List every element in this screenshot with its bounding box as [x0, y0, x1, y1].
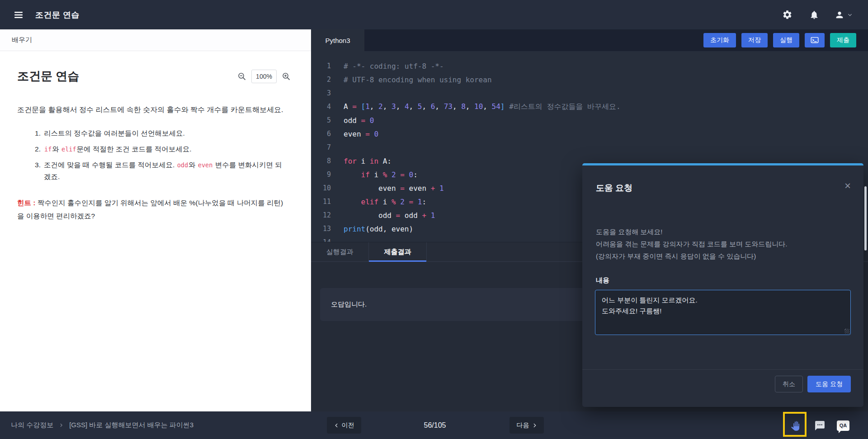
code-line: 7 [311, 141, 868, 154]
instruction-number: 3. [31, 159, 41, 183]
tab-python3[interactable]: Python3 [311, 29, 364, 51]
hamburger-icon [13, 9, 24, 20]
lesson-intro: 조건문을 활용해서 정수 리스트에 속한 숫자의 홀수와 짝수 개수를 카운트해… [17, 104, 293, 116]
result-tab-submit[interactable]: 제출결과 [369, 242, 427, 261]
zoom-in-button[interactable] [279, 70, 293, 83]
code-text: odd = 0 [344, 116, 374, 125]
instruction-text: 리스트의 정수값을 여러분들이 선언해보세요. [44, 127, 185, 139]
reset-button[interactable]: 초기화 [703, 33, 736, 47]
token-p [413, 198, 418, 206]
line-number: 13 [311, 225, 331, 233]
app-root: 조건문 연습 배우기 [0, 0, 868, 439]
breadcrumb-course-title[interactable]: [GSS] 바로 실행해보면서 배우는 파이썬3 [69, 421, 193, 430]
token-code: even [198, 161, 213, 169]
code-text: even = 0 [344, 130, 378, 138]
token-n: 0 [374, 130, 378, 138]
notifications-button[interactable] [807, 8, 821, 22]
page-indicator: 56/105 [407, 411, 463, 439]
token-o: = [396, 211, 401, 220]
token-b: [ [361, 102, 366, 111]
token-c: # -*- coding: utf-8 -*- [344, 62, 444, 71]
token-n: 2 [392, 170, 396, 179]
token-c: #리스트의 정수값들을 바꾸세요. [509, 102, 621, 111]
token-n: 73 [444, 102, 453, 111]
token-code: elif [61, 146, 77, 153]
line-number: 3 [311, 89, 331, 97]
token-n: 2 [378, 102, 383, 111]
token-o: % [392, 198, 396, 206]
token-o: = [365, 130, 370, 138]
token-o: = [361, 116, 366, 125]
token-p: , [422, 102, 430, 111]
console-toggle-button[interactable] [805, 33, 825, 47]
modal-description-line: 도움을 요청해 보세요! [596, 226, 787, 238]
line-number: 6 [311, 130, 331, 138]
close-icon[interactable]: × [843, 179, 853, 193]
token-o: % [383, 170, 387, 179]
help-request-submit-button[interactable]: 도움 요청 [807, 376, 851, 392]
scrollbar-thumb[interactable] [864, 186, 867, 250]
token-n: 1 [431, 211, 435, 220]
token-p: , [383, 102, 392, 111]
chat-bubble-icon [814, 420, 826, 431]
instruction-item: 2.if와 elif문에 적절한 조건 코드를 적어보세요. [17, 143, 293, 155]
token-p: A [344, 102, 352, 111]
result-tab-run[interactable]: 실행결과 [311, 242, 369, 261]
instruction-item: 1.리스트의 정수값을 여러분들이 선언해보세요. [17, 127, 293, 139]
line-number: 11 [311, 198, 331, 206]
settings-button[interactable] [780, 8, 794, 22]
chat-button[interactable] [812, 418, 827, 433]
chevron-right-icon [59, 423, 64, 428]
top-bar-actions [780, 8, 868, 22]
token-p: even [405, 184, 431, 193]
tab-learn[interactable]: 배우기 [12, 36, 32, 44]
zoom-out-button[interactable] [235, 70, 249, 83]
token-code: if [44, 146, 52, 153]
code-line: 6even = 0 [311, 127, 868, 141]
modal-accent-bar [582, 163, 863, 165]
token-p: , [370, 102, 378, 111]
token-p [344, 198, 361, 206]
token-o: = [409, 198, 414, 206]
zoom-in-icon [282, 72, 291, 81]
instruction-number: 2. [31, 143, 41, 155]
token-p: even [344, 184, 400, 193]
line-number: 8 [311, 157, 331, 165]
token-k: if [361, 170, 370, 179]
chevron-right-icon [532, 423, 537, 428]
code-text: odd = odd + 1 [344, 211, 435, 220]
token-p [365, 116, 370, 125]
line-number: 7 [311, 143, 331, 151]
token-p [387, 170, 392, 179]
person-icon [835, 10, 844, 20]
breadcrumb-my-courses[interactable]: 나의 수강정보 [11, 421, 53, 430]
menu-button[interactable] [12, 8, 25, 22]
token-p: , [483, 102, 491, 111]
qa-button[interactable]: QA [835, 418, 851, 433]
token-text: 문에 적절한 조건 코드를 적어보세요. [77, 145, 192, 153]
code-text: # -*- coding: utf-8 -*- [344, 62, 444, 71]
modal-footer-divider [582, 369, 863, 370]
learn-content: 조건문 연습 100% [0, 51, 311, 222]
cancel-button[interactable]: 취소 [775, 376, 803, 392]
token-n: 1 [365, 102, 370, 111]
save-button[interactable]: 저장 [741, 33, 768, 47]
token-p: (odd, even) [365, 225, 413, 233]
line-number: 4 [311, 103, 331, 111]
submit-button[interactable]: 제출 [830, 33, 856, 47]
help-textarea[interactable] [595, 290, 851, 335]
token-p: , [435, 102, 443, 111]
token-f: print [344, 225, 365, 233]
next-button[interactable]: 다음 [509, 417, 544, 434]
prev-button[interactable]: 이전 [327, 417, 361, 434]
token-n: 1 [418, 198, 422, 206]
code-text: elif i % 2 = 1: [344, 198, 426, 206]
line-number: 10 [311, 184, 331, 192]
account-menu-button[interactable] [835, 10, 853, 20]
token-p [357, 102, 361, 111]
raise-hand-button[interactable] [787, 418, 802, 433]
token-p: , [466, 102, 474, 111]
modal-description: 도움을 요청해 보세요! 어려움을 겪는 문제를 강의자가 직접 코드를 보며 … [596, 226, 787, 262]
run-button[interactable]: 실행 [773, 33, 799, 47]
top-bar: 조건문 연습 [0, 0, 868, 29]
